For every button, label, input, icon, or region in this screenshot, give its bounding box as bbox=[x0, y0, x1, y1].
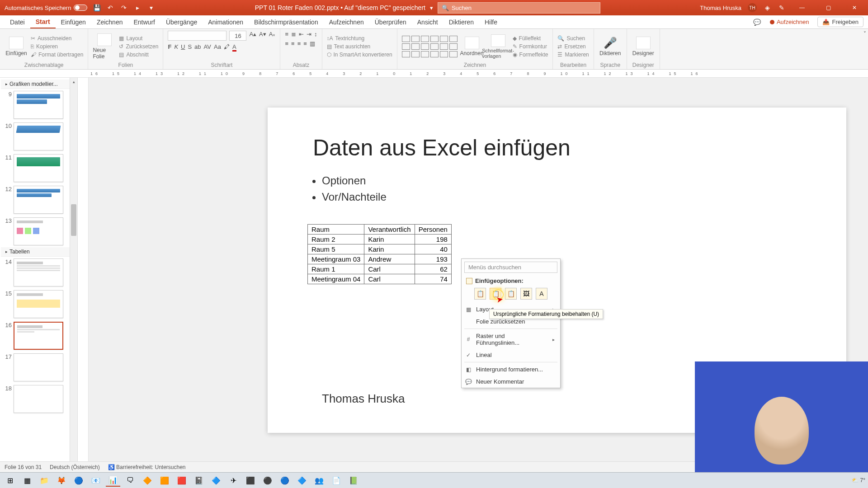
restore-button[interactable]: ▢ bbox=[818, 0, 838, 15]
tab-diktieren[interactable]: Diktieren bbox=[443, 15, 479, 28]
select-button[interactable]: ☰Markieren bbox=[557, 52, 589, 58]
case-button[interactable]: Aa bbox=[214, 43, 221, 52]
minimize-button[interactable]: — bbox=[792, 0, 812, 15]
task-view-icon[interactable]: ▦ bbox=[20, 474, 34, 487]
align-left-button[interactable]: ≡ bbox=[285, 40, 288, 47]
comments-icon[interactable]: 💬 bbox=[753, 18, 761, 26]
outlook-icon[interactable]: 📧 bbox=[89, 474, 103, 487]
reset-button[interactable]: ↺Zurücksetzen bbox=[119, 43, 158, 50]
numbering-button[interactable]: ≣ bbox=[291, 31, 296, 38]
ctx-grid-guides[interactable]: #Raster und Führungslinien...▸ bbox=[462, 330, 560, 349]
app-icon[interactable]: 🟧 bbox=[157, 474, 172, 487]
slide-counter[interactable]: Folie 16 von 31 bbox=[5, 464, 42, 470]
undo-icon[interactable]: ↶ bbox=[106, 4, 114, 12]
tab-start[interactable]: Start bbox=[30, 15, 56, 28]
weather-widget[interactable]: ⛅ 7° bbox=[852, 477, 865, 483]
scroll-up-icon[interactable]: ▴ bbox=[70, 78, 77, 85]
app-icon[interactable]: 🗨 bbox=[123, 474, 137, 487]
powerpoint-icon[interactable]: 📊 bbox=[106, 474, 120, 487]
columns-button[interactable]: ▥ bbox=[310, 40, 315, 47]
onenote-icon[interactable]: 📓 bbox=[192, 474, 206, 487]
italic-button[interactable]: K bbox=[174, 43, 178, 52]
ribbon-collapse-button[interactable]: ˅ bbox=[862, 29, 868, 69]
tab-aufzeichnen[interactable]: Aufzeichnen bbox=[324, 15, 369, 28]
data-table[interactable]: RaumVerantwortlichPersonen Raum 2Karin19… bbox=[307, 224, 452, 284]
slide-thumb-18[interactable] bbox=[14, 385, 63, 413]
align-center-button[interactable]: ≡ bbox=[291, 40, 295, 47]
from-beginning-icon[interactable]: ▸ bbox=[133, 4, 142, 12]
paste-use-destination-theme[interactable]: 📋 bbox=[474, 288, 486, 300]
vertical-ruler[interactable] bbox=[78, 78, 89, 472]
increase-indent-button[interactable]: ⇥ bbox=[307, 31, 311, 38]
slide-title[interactable]: Daten aus Excel einfügen bbox=[268, 108, 846, 161]
qat-more-icon[interactable]: ▾ bbox=[147, 4, 155, 12]
accessibility-status[interactable]: ♿ Barrierefreiheit: Untersuchen bbox=[108, 464, 186, 470]
tab-einfuegen[interactable]: Einfügen bbox=[56, 15, 91, 28]
font-size-combo[interactable]: 16 bbox=[229, 31, 246, 41]
decrease-indent-button[interactable]: ⇤ bbox=[299, 31, 304, 38]
tab-entwurf[interactable]: Entwurf bbox=[128, 15, 160, 28]
line-spacing-button[interactable]: ↕ bbox=[314, 31, 317, 38]
share-button[interactable]: 📤Freigeben bbox=[817, 17, 863, 27]
autosave-toggle[interactable]: Automatisches Speichern bbox=[5, 5, 87, 11]
excel-icon[interactable]: 📗 bbox=[346, 474, 361, 487]
decrease-font-icon[interactable]: A▾ bbox=[259, 31, 266, 41]
format-painter-button[interactable]: 🖌Format übertragen bbox=[31, 52, 83, 58]
strike-button[interactable]: S bbox=[188, 43, 192, 52]
redo-icon[interactable]: ↷ bbox=[120, 4, 128, 12]
scrollbar-thumb[interactable] bbox=[71, 204, 76, 236]
tab-datei[interactable]: Datei bbox=[5, 15, 30, 28]
increase-font-icon[interactable]: A▴ bbox=[249, 31, 256, 41]
highlight-button[interactable]: 🖍 bbox=[224, 43, 230, 52]
file-explorer-icon[interactable]: 📁 bbox=[37, 474, 52, 487]
thumb-scrollbar[interactable]: ▴▾ bbox=[70, 78, 77, 472]
slide-thumb-10[interactable] bbox=[14, 122, 63, 150]
copy-button[interactable]: ⎘Kopieren bbox=[31, 43, 83, 50]
tab-animationen[interactable]: Animationen bbox=[203, 15, 249, 28]
toggle-switch-icon[interactable] bbox=[74, 5, 87, 11]
ctx-format-background[interactable]: ◧Hintergrund formatieren... bbox=[462, 363, 560, 375]
slide-thumb-11[interactable] bbox=[14, 154, 63, 182]
find-button[interactable]: 🔍Suchen bbox=[557, 35, 589, 42]
quick-styles-button[interactable]: Schnellformat-vorlagen bbox=[486, 34, 510, 59]
section-grafiken[interactable]: Grafiken modellier... bbox=[1, 80, 76, 89]
justify-button[interactable]: ≡ bbox=[303, 40, 307, 47]
ctx-search-input[interactable]: Menüs durchsuchen bbox=[464, 262, 557, 273]
save-icon[interactable]: 💾 bbox=[93, 4, 101, 12]
telegram-icon[interactable]: ✈ bbox=[226, 474, 241, 487]
record-button[interactable]: Aufzeichnen bbox=[765, 17, 814, 27]
paste-text-only[interactable]: A bbox=[536, 288, 547, 300]
slide-thumb-14[interactable] bbox=[14, 258, 63, 286]
shape-fill-button[interactable]: ◆Fülleffekt bbox=[513, 35, 548, 42]
horizontal-ruler[interactable]: 1615141312111098765432101234567891011121… bbox=[0, 70, 868, 78]
section-tabellen[interactable]: Tabellen bbox=[1, 247, 76, 257]
slide-thumb-9[interactable] bbox=[14, 91, 63, 119]
slide-thumb-17[interactable] bbox=[14, 353, 63, 381]
teams-icon[interactable]: 👥 bbox=[312, 474, 326, 487]
start-button[interactable]: ⊞ bbox=[3, 474, 17, 487]
tab-bildschirm[interactable]: Bildschirmpräsentation bbox=[249, 15, 324, 28]
designer-button[interactable]: Designer bbox=[632, 37, 655, 56]
app-icon[interactable]: 🔵 bbox=[278, 474, 292, 487]
firefox-icon[interactable]: 🦊 bbox=[54, 474, 69, 487]
slide-thumb-13[interactable] bbox=[14, 217, 63, 245]
slide-thumbnail-panel[interactable]: Grafiken modellier... 9 10 11 12 13 Tabe… bbox=[0, 78, 78, 472]
close-button[interactable]: ✕ bbox=[844, 0, 864, 15]
visio-icon[interactable]: 🔷 bbox=[209, 474, 223, 487]
shape-outline-button[interactable]: ✎Formkontur bbox=[513, 43, 548, 50]
slide-thumb-15[interactable] bbox=[14, 290, 63, 318]
paste-keep-source-formatting[interactable]: 📋 bbox=[490, 288, 501, 300]
search-box[interactable]: 🔍 Suchen bbox=[438, 2, 600, 14]
clear-format-icon[interactable]: Aₓ bbox=[269, 31, 276, 41]
ctx-ruler[interactable]: ✓Lineal bbox=[462, 349, 560, 361]
font-family-combo[interactable] bbox=[168, 31, 226, 41]
app-icon[interactable]: 📄 bbox=[329, 474, 344, 487]
cloud-sync-icon[interactable]: ◈ bbox=[763, 4, 771, 12]
replace-button[interactable]: ⇄Ersetzen bbox=[557, 43, 589, 50]
tab-zeichnen[interactable]: Zeichnen bbox=[91, 15, 128, 28]
paste-picture[interactable]: 🖼 bbox=[520, 288, 532, 300]
shapes-gallery[interactable] bbox=[402, 36, 458, 57]
tab-ansicht[interactable]: Ansicht bbox=[412, 15, 443, 28]
layout-button[interactable]: ▦Layout bbox=[119, 35, 158, 42]
cut-button[interactable]: ✂Ausschneiden bbox=[31, 35, 83, 42]
